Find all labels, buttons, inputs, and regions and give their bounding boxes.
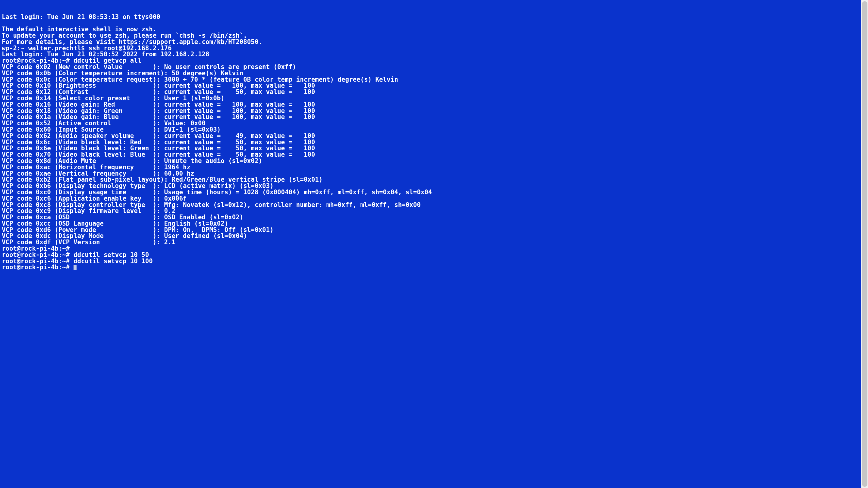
terminal-line: VCP code 0x10 (Brightness ): current val… — [2, 83, 859, 89]
terminal-line: VCP code 0x14 (Select color preset ): Us… — [2, 95, 859, 101]
terminal-line: For more details, please visit https://s… — [2, 39, 859, 45]
terminal-line: VCP code 0x1a (Video gain: Blue ): curre… — [2, 114, 859, 120]
terminal-line: The default interactive shell is now zsh… — [2, 26, 859, 33]
terminal-line: VCP code 0xcc (OSD Language ): English (… — [2, 221, 859, 227]
command-text: ddcutil setvcp 10 100 — [73, 258, 153, 265]
prompt-line: root@rock-pi-4b:~# ddcutil getvcp all — [2, 58, 859, 64]
scrollbar-thumb[interactable] — [862, 1, 867, 487]
prompt-line: root@rock-pi-4b:~# — [2, 264, 859, 270]
terminal-line: VCP code 0xc9 (Display firmware level ):… — [2, 208, 859, 214]
terminal-line: VCP code 0x6e (Video black level: Green … — [2, 145, 859, 152]
terminal-line: VCP code 0x60 (Input Source ): DVI-1 (sl… — [2, 127, 859, 133]
terminal-line: VCP code 0xdf (VCP Version ): 2.1 — [2, 239, 859, 246]
terminal-line: VCP code 0xd6 (Power mode ): DPM: On, DP… — [2, 227, 859, 233]
terminal-line: Last login: Tue Jun 21 02:50:52 2022 fro… — [2, 51, 859, 58]
terminal-line: wp-2:~ walter.prechtl$ ssh root@192.168.… — [2, 45, 859, 52]
prompt-line: root@rock-pi-4b:~# ddcutil setvcp 10 50 — [2, 252, 859, 258]
terminal-line: VCP code 0x12 (Contrast ): current value… — [2, 89, 859, 95]
terminal-window[interactable]: Last login: Tue Jun 21 08:53:13 on ttys0… — [0, 0, 861, 488]
terminal-line: VCP code 0x0b (Color temperature increme… — [2, 70, 859, 76]
terminal-line: Last login: Tue Jun 21 08:53:13 on ttys0… — [2, 14, 859, 20]
scrollbar-track[interactable] — [861, 0, 868, 488]
prompt-line: root@rock-pi-4b:~# — [2, 246, 859, 252]
terminal-line: VCP code 0xae (Vertical frequency ): 60.… — [2, 170, 859, 177]
terminal-line: VCP code 0x18 (Video gain: Green ): curr… — [2, 108, 859, 114]
terminal-line: VCP code 0xb6 (Display technology type )… — [2, 183, 859, 189]
terminal-line: VCP code 0x16 (Video gain: Red ): curren… — [2, 101, 859, 108]
terminal-line: VCP code 0xca (OSD ): OSD Enabled (sl=0x… — [2, 214, 859, 221]
terminal-line: VCP code 0x8d (Audio Mute ): Unmute the … — [2, 158, 859, 164]
terminal-line — [2, 20, 859, 26]
terminal-output: Last login: Tue Jun 21 08:53:13 on ttys0… — [2, 14, 859, 271]
terminal-line: VCP code 0xdc (Display Mode ): User defi… — [2, 233, 859, 239]
terminal-line: VCP code 0xc6 (Application enable key ):… — [2, 195, 859, 202]
terminal-cursor — [73, 265, 77, 270]
terminal-line: VCP code 0xac (Horizontal frequency ): 1… — [2, 164, 859, 170]
terminal-line: VCP code 0x02 (New control value ): No u… — [2, 64, 859, 70]
terminal-line: VCP code 0x6c (Video black level: Red ):… — [2, 139, 859, 145]
prompt-line: root@rock-pi-4b:~# ddcutil setvcp 10 100 — [2, 258, 859, 264]
terminal-line: VCP code 0xc8 (Display controller type )… — [2, 202, 859, 208]
prompt-string: root@rock-pi-4b:~# — [2, 264, 70, 271]
terminal-line: VCP code 0x52 (Active control ): Value: … — [2, 120, 859, 127]
terminal-line: VCP code 0xb2 (Flat panel sub-pixel layo… — [2, 176, 859, 183]
terminal-line: VCP code 0xc0 (Display usage time ): Usa… — [2, 189, 859, 195]
terminal-line: VCP code 0x70 (Video black level: Blue )… — [2, 152, 859, 158]
terminal-line: VCP code 0x62 (Audio speaker volume ): c… — [2, 133, 859, 139]
terminal-line: To update your account to use zsh, pleas… — [2, 33, 859, 39]
terminal-line: VCP code 0x0c (Color temperature request… — [2, 76, 859, 83]
